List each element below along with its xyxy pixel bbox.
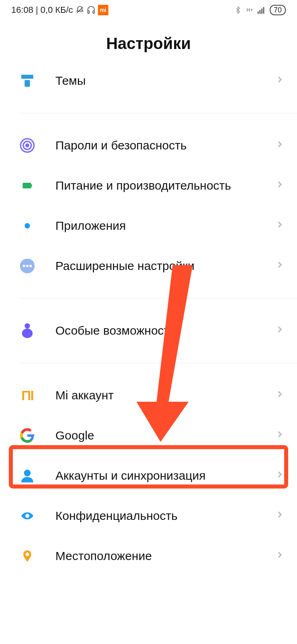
- gear-icon: [18, 217, 36, 235]
- chevron-right-icon: [275, 179, 285, 192]
- chevron-right-icon: [275, 509, 285, 523]
- chevron-right-icon: [275, 74, 285, 88]
- fingerprint-icon: [18, 137, 36, 154]
- item-label: Темы: [55, 74, 271, 88]
- battery-level: 70: [270, 5, 286, 15]
- item-label: Аккаунты и синхронизация: [55, 469, 271, 482]
- chevron-right-icon: [275, 429, 285, 442]
- item-label: Расширенные настройки: [55, 259, 271, 273]
- item-label: Конфиденциальность: [55, 509, 271, 523]
- google-icon: [18, 427, 36, 444]
- svg-rect-2: [93, 11, 94, 13]
- battery-icon: [18, 177, 36, 194]
- mute-icon: [75, 6, 84, 14]
- svg-rect-6: [263, 7, 264, 14]
- status-left: 16:08 | 0,0 КБ/с mi: [11, 5, 108, 15]
- separator: [18, 113, 297, 113]
- settings-item-security[interactable]: Пароли и безопасность: [0, 125, 297, 166]
- svg-point-19: [22, 329, 33, 338]
- status-speed: 0,0 КБ/с: [41, 5, 73, 15]
- chevron-right-icon: [275, 139, 285, 152]
- svg-point-18: [24, 323, 30, 329]
- item-label: Питание и производительность: [55, 179, 271, 192]
- settings-list: Темы Пароли и безопасность Питание и про…: [0, 61, 297, 576]
- item-label: Google: [55, 429, 271, 442]
- settings-item-accessibility[interactable]: Особые возможности: [0, 311, 297, 351]
- svg-point-21: [26, 515, 28, 517]
- item-label: Приложения: [55, 219, 271, 233]
- svg-rect-13: [31, 184, 32, 187]
- settings-item-mi-account[interactable]: ПI Mi аккаунт: [0, 375, 297, 415]
- location-pin-icon: [18, 547, 36, 565]
- page-title: Настройки: [0, 35, 297, 53]
- svg-rect-8: [24, 80, 30, 87]
- accessibility-icon: [18, 322, 36, 339]
- signal-icon: [257, 6, 266, 14]
- settings-item-battery[interactable]: Питание и производительность: [0, 166, 297, 206]
- chevron-right-icon: [275, 388, 285, 402]
- svg-point-17: [29, 265, 32, 267]
- svg-rect-4: [259, 10, 260, 14]
- svg-point-16: [26, 265, 28, 267]
- settings-item-themes[interactable]: Темы: [0, 61, 297, 101]
- settings-item-advanced[interactable]: Расширенные настройки: [0, 246, 297, 286]
- svg-point-22: [26, 553, 29, 556]
- svg-point-20: [24, 470, 31, 476]
- network-type: H+: [246, 8, 253, 12]
- svg-point-15: [23, 265, 25, 267]
- settings-item-privacy[interactable]: Конфиденциальность: [0, 496, 297, 536]
- settings-item-location[interactable]: Местоположение: [0, 536, 297, 576]
- chevron-right-icon: [275, 219, 285, 233]
- more-icon: [18, 257, 36, 275]
- svg-rect-3: [258, 12, 259, 14]
- eye-icon: [18, 507, 36, 525]
- chevron-right-icon: [275, 324, 285, 337]
- bluetooth-icon: [234, 6, 242, 14]
- settings-item-google[interactable]: Google: [0, 415, 297, 456]
- svg-rect-1: [88, 11, 90, 13]
- status-bar: 16:08 | 0,0 КБ/с mi H+ 70: [0, 0, 297, 18]
- svg-point-11: [26, 144, 29, 147]
- item-label: Местоположение: [55, 549, 271, 563]
- svg-rect-5: [261, 8, 262, 14]
- status-right: H+ 70: [234, 5, 286, 15]
- settings-item-accounts[interactable]: Аккаунты и синхронизация: [0, 456, 297, 496]
- svg-rect-7: [21, 75, 33, 79]
- status-time: 16:08: [11, 5, 33, 15]
- settings-item-apps[interactable]: Приложения: [0, 206, 297, 246]
- separator: [18, 363, 297, 363]
- status-sep: |: [36, 5, 38, 15]
- chevron-right-icon: [275, 469, 285, 482]
- chevron-right-icon: [275, 549, 285, 563]
- chevron-right-icon: [275, 259, 285, 273]
- headphones-icon: [87, 6, 96, 14]
- item-label: Особые возможности: [55, 324, 271, 337]
- mi-logo-icon: ПI: [18, 386, 36, 404]
- separator: [18, 298, 297, 298]
- svg-rect-12: [22, 183, 31, 188]
- person-icon: [18, 467, 36, 485]
- item-label: Mi аккаунт: [55, 388, 271, 402]
- item-label: Пароли и безопасность: [55, 139, 271, 152]
- themes-icon: [18, 72, 36, 90]
- mi-notification-icon: mi: [98, 5, 108, 15]
